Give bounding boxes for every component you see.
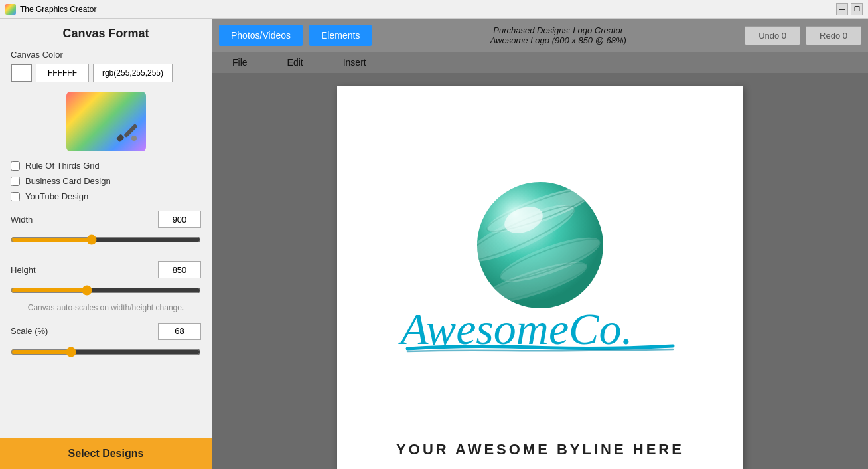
height-section: Height — [11, 261, 201, 302]
autoscale-note: Canvas auto-scales on width/height chang… — [11, 302, 201, 314]
checkbox-group: Rule Of Thirds Grid Business Card Design… — [11, 161, 201, 201]
scale-section: Scale (%) — [11, 323, 201, 364]
width-slider[interactable] — [11, 234, 201, 245]
hex-input[interactable] — [36, 64, 89, 82]
select-designs-button[interactable]: Select Designs — [0, 438, 212, 469]
toolbar: Photos/Videos Elements Purchased Designs… — [212, 19, 868, 52]
toolbar-info: Purchased Designs: Logo Creator Awesome … — [378, 25, 738, 45]
canvas-area: AwesomeCo. YOUR AWESOME BYLINE HERE — [212, 73, 868, 469]
height-label-row: Height — [11, 261, 201, 278]
scale-label-row: Scale (%) — [11, 323, 201, 340]
canvas-white[interactable]: AwesomeCo. YOUR AWESOME BYLINE HERE — [337, 86, 743, 469]
main-container: Canvas Format Canvas Color Rule Of Thir — [0, 19, 868, 469]
left-panel-content: Canvas Format Canvas Color Rule Of Thir — [0, 19, 212, 438]
color-swatch[interactable] — [11, 64, 32, 82]
width-section: Width — [11, 211, 201, 252]
color-row — [11, 64, 201, 82]
checkbox-rule-of-thirds: Rule Of Thirds Grid — [11, 161, 201, 171]
scale-input[interactable] — [158, 323, 201, 340]
byline-text: YOUR AWESOME BYLINE HERE — [396, 441, 684, 458]
app-icon — [5, 4, 16, 15]
app-title: The Graphics Creator — [20, 5, 96, 14]
svg-rect-0 — [123, 124, 137, 138]
logo-area: AwesomeCo. — [350, 100, 730, 428]
menu-edit[interactable]: Edit — [267, 54, 323, 70]
height-slider[interactable] — [11, 285, 201, 296]
info-text: Purchased Designs: Logo Creator — [378, 25, 738, 35]
sphere-graphic — [454, 173, 626, 320]
height-label: Height — [11, 265, 36, 275]
undo-redo-area: Undo 0 Redo 0 — [745, 26, 861, 45]
business-card-checkbox[interactable] — [11, 177, 20, 186]
scale-slider[interactable] — [11, 347, 201, 357]
svg-rect-1 — [116, 134, 125, 142]
photos-videos-tab[interactable]: Photos/Videos — [219, 25, 303, 46]
width-input[interactable] — [158, 211, 201, 228]
svg-point-13 — [477, 182, 603, 308]
menu-file[interactable]: File — [212, 54, 267, 70]
awesomeco-container: AwesomeCo. — [401, 306, 680, 354]
canvas-color-label: Canvas Color — [11, 50, 201, 60]
width-label: Width — [11, 215, 33, 225]
checkbox-business-card: Business Card Design — [11, 176, 201, 186]
width-label-row: Width — [11, 211, 201, 228]
panel-title: Canvas Format — [11, 27, 201, 41]
svg-point-2 — [131, 136, 137, 141]
eyedropper-icon — [114, 120, 141, 146]
rule-of-thirds-checkbox[interactable] — [11, 161, 20, 171]
menu-bar: File Edit Insert — [212, 52, 868, 73]
scale-label: Scale (%) — [11, 326, 48, 336]
right-panel: Photos/Videos Elements Purchased Designs… — [212, 19, 868, 469]
menu-insert[interactable]: Insert — [323, 54, 386, 70]
redo-button[interactable]: Redo 0 — [806, 26, 861, 45]
undo-button[interactable]: Undo 0 — [745, 26, 800, 45]
info-subtext: Awesome Logo (900 x 850 @ 68%) — [378, 35, 738, 45]
restore-button[interactable]: ❐ — [851, 3, 863, 15]
title-bar-left: The Graphics Creator — [5, 4, 96, 15]
title-bar-buttons: — ❐ — [836, 3, 863, 15]
left-panel: Canvas Format Canvas Color Rule Of Thir — [0, 19, 212, 469]
youtube-checkbox[interactable] — [11, 192, 20, 201]
color-picker[interactable] — [66, 92, 146, 151]
rule-of-thirds-label: Rule Of Thirds Grid — [25, 161, 100, 171]
height-input[interactable] — [158, 261, 201, 278]
minimize-button[interactable]: — — [836, 3, 848, 15]
business-card-label: Business Card Design — [25, 176, 111, 186]
awesomeco-text: AwesomeCo. — [401, 306, 680, 351]
rgb-input[interactable] — [93, 64, 173, 82]
sphere-svg — [454, 173, 626, 320]
youtube-label: YouTube Design — [25, 191, 88, 201]
title-bar: The Graphics Creator — ❐ — [0, 0, 868, 19]
checkbox-youtube: YouTube Design — [11, 191, 201, 201]
elements-tab[interactable]: Elements — [309, 25, 372, 46]
